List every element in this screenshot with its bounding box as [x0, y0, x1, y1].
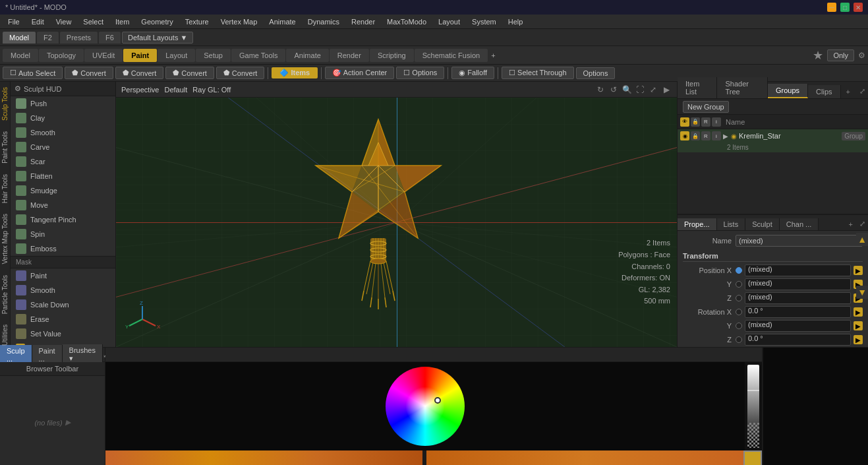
tab-add-right[interactable]: +	[841, 85, 855, 98]
convert-button-2[interactable]: ⬟ Convert	[115, 67, 164, 79]
menu-maxtomodo[interactable]: MaxToModo	[382, 16, 432, 27]
name-input[interactable]: (mixed)	[736, 235, 863, 247]
tab-lists[interactable]: Lists	[717, 218, 746, 230]
tab-scripting[interactable]: Scripting	[370, 49, 414, 62]
scroll-down-arrow[interactable]: ▼	[856, 286, 868, 299]
color-alt-bar[interactable]	[426, 450, 743, 465]
refresh-icon[interactable]: ↺	[608, 84, 619, 95]
rotation-x-arrow[interactable]: ▶	[854, 307, 863, 317]
options-button-2[interactable]: Options	[576, 67, 616, 79]
falloff-button[interactable]: ◉ Falloff	[451, 67, 494, 79]
tab-properties[interactable]: Prope...	[678, 218, 717, 230]
menu-system[interactable]: System	[467, 16, 502, 27]
default-layouts-dropdown[interactable]: Default Layouts ▼	[122, 32, 193, 44]
grp-icon-render[interactable]: R	[701, 117, 710, 127]
new-group-button[interactable]: New Group	[683, 101, 729, 113]
tab-topology[interactable]: Topology	[39, 49, 84, 62]
tool-clay[interactable]: Clay	[11, 111, 115, 125]
value-strip[interactable]	[747, 365, 759, 448]
tool-tangent-pinch[interactable]: Tangent Pinch	[11, 212, 115, 227]
tab-schematic-fusion[interactable]: Schematic Fusion	[415, 49, 488, 62]
settings-icon[interactable]: ⚙	[858, 51, 865, 60]
scroll-up-arrow[interactable]: ▲	[856, 233, 868, 246]
bt-tab-paint[interactable]: Paint ...	[32, 345, 63, 365]
grp-info-on[interactable]: i	[712, 131, 721, 140]
vert-tab-vertex-map-tools[interactable]: Vertex Map Tools	[0, 208, 10, 270]
vert-tab-particle-tools[interactable]: Particle Tools	[0, 270, 10, 319]
vert-tab-utilities[interactable]: Utilities	[0, 319, 10, 351]
position-y-input[interactable]: (mixed)	[745, 278, 851, 290]
tab-f6[interactable]: F6	[99, 32, 121, 44]
rotate-icon[interactable]: ↻	[595, 84, 606, 95]
menu-edit[interactable]: Edit	[26, 16, 49, 27]
tab-shader-tree[interactable]: Shader Tree	[717, 77, 768, 98]
more-icon[interactable]: ▶	[661, 84, 672, 95]
tool-carve[interactable]: Carve	[11, 140, 115, 154]
tab-chan[interactable]: Chan ...	[780, 218, 819, 230]
tool-push[interactable]: Push	[11, 96, 115, 111]
tab-animate[interactable]: Animate	[286, 49, 328, 62]
menu-help[interactable]: Help	[503, 16, 529, 27]
color-wheel-container[interactable]	[105, 362, 745, 450]
tab-paint[interactable]: Paint	[123, 49, 157, 62]
viewport-canvas[interactable]: 2 Items Polygons : Face Channels: 0 Defo…	[116, 98, 677, 347]
tab-game-tools[interactable]: Game Tools	[231, 49, 286, 62]
rotation-y-arrow[interactable]: ▶	[854, 321, 863, 330]
menu-animate[interactable]: Animate	[264, 16, 301, 27]
tab-setup[interactable]: Setup	[196, 49, 231, 62]
tool-mask-smooth[interactable]: Smooth	[11, 283, 115, 297]
minimize-button[interactable]: ─	[827, 3, 836, 12]
menu-select[interactable]: Select	[78, 16, 109, 27]
expand-right-icon[interactable]: ⤢	[857, 84, 868, 98]
tool-spin[interactable]: Spin	[11, 227, 115, 241]
fit-icon[interactable]: ⛶	[635, 84, 645, 95]
search-icon[interactable]: 🔍	[622, 84, 632, 95]
no-files-arrow[interactable]: ▶	[65, 418, 71, 427]
group-item-kremlin[interactable]: ◉ 🔒 R i ▶ ◉ Kremlin_Star Group	[678, 129, 868, 142]
vert-tab-paint-tools[interactable]: Paint Tools	[0, 126, 10, 169]
rotation-z-arrow[interactable]: ▶	[854, 335, 863, 344]
rotation-z-input[interactable]: 0.0 °	[745, 334, 851, 346]
color-gradient-bar[interactable]	[105, 450, 422, 465]
rotation-x-input[interactable]: 0.0 °	[745, 306, 851, 318]
tool-set-value[interactable]: Set Value	[11, 326, 115, 341]
tool-flatten[interactable]: Flatten	[11, 169, 115, 183]
props-tab-add[interactable]: +	[845, 218, 857, 230]
convert-button-3[interactable]: ⬟ Convert	[165, 67, 214, 79]
color-wheel[interactable]	[386, 367, 465, 446]
tab-groups[interactable]: Groups	[768, 84, 808, 98]
tool-scale-down[interactable]: Scale Down	[11, 297, 115, 312]
grp-icon-lock[interactable]: 🔒	[691, 117, 700, 127]
no-files-area[interactable]: (no files) ▶	[0, 376, 105, 465]
expand-icon[interactable]: ⤢	[648, 84, 658, 95]
tool-move[interactable]: Move	[11, 198, 115, 212]
maximize-button[interactable]: □	[840, 3, 850, 12]
close-button[interactable]: ✕	[854, 3, 863, 12]
tab-render[interactable]: Render	[330, 49, 369, 62]
rotation-x-radio[interactable]	[736, 309, 742, 315]
grp-icon-info[interactable]: i	[712, 117, 721, 127]
options-button-1[interactable]: ☐ Options	[396, 67, 444, 79]
menu-vertex-map[interactable]: Vertex Map	[216, 16, 263, 27]
tool-erase[interactable]: Erase	[11, 312, 115, 326]
menu-dynamics[interactable]: Dynamics	[303, 16, 345, 27]
tool-emboss[interactable]: Emboss	[11, 241, 115, 256]
tab-model[interactable]: Model	[3, 32, 36, 44]
tool-smudge[interactable]: Smudge	[11, 183, 115, 198]
tab-add-button[interactable]: +	[491, 51, 495, 59]
position-x-input[interactable]: (mixed)	[745, 264, 851, 276]
convert-button-4[interactable]: ⬟ Convert	[216, 67, 265, 79]
menu-view[interactable]: View	[51, 16, 77, 27]
tab-presets[interactable]: Presets	[60, 32, 98, 44]
menu-layout[interactable]: Layout	[433, 16, 465, 27]
tab-uvedit[interactable]: UVEdit	[84, 49, 123, 62]
grp-icon-eye[interactable]: 👁	[680, 117, 689, 127]
tab-model-mode[interactable]: Model	[3, 49, 38, 62]
tab-clips[interactable]: Clips	[808, 85, 840, 98]
only-button[interactable]: Only	[827, 49, 854, 61]
tab-f2[interactable]: F2	[37, 32, 59, 44]
grp-lock-on[interactable]: 🔒	[691, 131, 700, 140]
menu-item[interactable]: Item	[110, 16, 134, 27]
tool-mask-paint[interactable]: Paint	[11, 268, 115, 283]
tab-sculpt[interactable]: Sculpt	[745, 218, 780, 230]
